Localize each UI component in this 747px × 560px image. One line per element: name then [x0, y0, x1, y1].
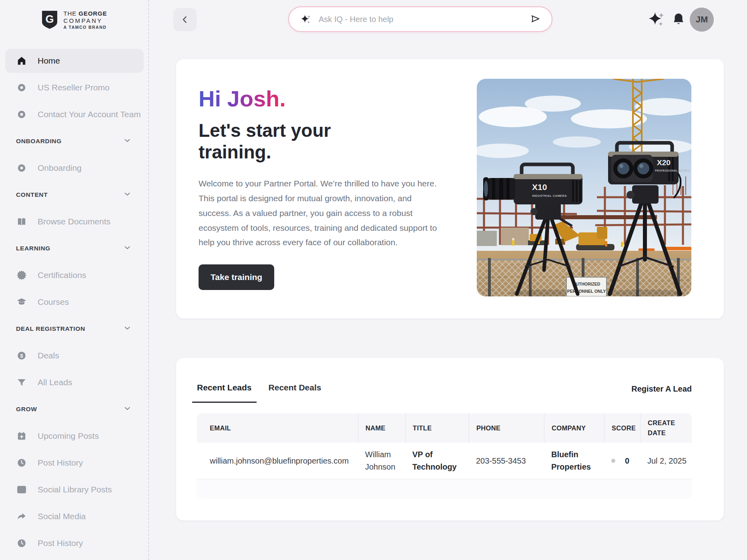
chevron-down-icon: [123, 404, 132, 414]
chevron-down-icon: [123, 190, 132, 200]
column-header-email: EMAIL: [197, 413, 358, 443]
sidebar-item-label: Upcoming Posts: [38, 431, 99, 441]
score-indicator-dot: [611, 459, 615, 463]
sidebar-item-all-leads[interactable]: All Leads: [5, 370, 144, 394]
share-icon: [16, 511, 27, 522]
calendar-plus-icon: [16, 430, 27, 442]
leads-table-footer-spacer: [197, 479, 692, 499]
sidebar-section-onboarding[interactable]: ONBOARDING: [5, 129, 144, 153]
cell-name: William Johnson: [358, 448, 405, 473]
sidebar-section-label: ONBOARDING: [16, 138, 62, 145]
score-value: 0: [625, 455, 629, 467]
svg-text:$: $: [20, 353, 23, 359]
partner-portal-app: G THE GEORGE COMPANY A TAMCO BRAND Home …: [0, 0, 747, 560]
sidebar-section-learning[interactable]: LEARNING: [5, 236, 144, 260]
brand-logo: G THE GEORGE COMPANY A TAMCO BRAND: [0, 10, 148, 30]
clock-icon: [16, 538, 27, 549]
search-input[interactable]: [319, 15, 529, 24]
cell-score: 0: [604, 455, 640, 467]
take-training-button[interactable]: Take training: [199, 264, 274, 290]
clock-icon: [16, 457, 27, 468]
cell-phone: 203-555-3453: [469, 455, 544, 467]
sidebar-item-us-reseller-promo[interactable]: US Reseller Promo: [5, 76, 144, 100]
chevron-down-icon: [123, 243, 132, 254]
sidebar-section-content[interactable]: CONTENT: [5, 183, 144, 207]
column-header-company: COMPANY: [544, 413, 604, 443]
sidebar-section-grow[interactable]: GROW: [5, 397, 144, 421]
notifications-button[interactable]: [670, 11, 687, 28]
hero-image: AUTHORIZED PERSONNEL ONLY: [477, 79, 691, 296]
home-icon: [16, 55, 27, 66]
svg-text:PERSONNEL ONLY: PERSONNEL ONLY: [567, 289, 606, 294]
tabs-row: Recent Leads Recent Deals Register A Lea…: [176, 358, 724, 403]
sidebar-item-social-library-posts[interactable]: Social Library Posts: [5, 478, 144, 502]
sidebar-item-deals[interactable]: $ Deals: [5, 344, 144, 368]
sidebar-item-onboarding[interactable]: Onboarding: [5, 156, 144, 180]
sidebar-item-post-history[interactable]: Post History: [5, 451, 144, 475]
brand-company: COMPANY: [63, 17, 107, 24]
sidebar-item-label: Home: [38, 56, 60, 66]
sidebar-nav: Home US Reseller Promo Contact Your Acco…: [5, 49, 144, 558]
brand-logo-text: THE GEORGE COMPANY A TAMCO BRAND: [63, 10, 107, 30]
photo-icon: [16, 484, 27, 495]
tab-recent-leads[interactable]: Recent Leads: [197, 383, 252, 403]
back-button[interactable]: [173, 8, 197, 31]
target-icon: [16, 82, 27, 93]
svg-text:G: G: [46, 13, 54, 25]
sidebar: G THE GEORGE COMPANY A TAMCO BRAND Home …: [0, 0, 149, 560]
svg-text:AUTHORIZED: AUTHORIZED: [573, 282, 600, 286]
column-header-score: SCORE: [604, 413, 640, 443]
leads-table: EMAIL NAME TITLE PHONE COMPANY SCORE CRE…: [197, 413, 692, 499]
sidebar-item-social-media[interactable]: Social Media: [5, 504, 144, 528]
sidebar-item-browse-documents[interactable]: Browse Documents: [5, 210, 144, 234]
sidebar-item-label: US Reseller Promo: [38, 83, 110, 92]
sidebar-section-label: CONTENT: [16, 191, 48, 198]
sidebar-item-label: All Leads: [38, 378, 72, 387]
tabs: Recent Leads Recent Deals: [197, 383, 321, 403]
tab-recent-deals[interactable]: Recent Deals: [269, 383, 321, 403]
graduation-cap-icon: [16, 296, 27, 308]
sidebar-item-certifications[interactable]: Certifications: [5, 263, 144, 287]
brand-george: GEORGE: [78, 10, 107, 17]
sidebar-item-label: Social Library Posts: [38, 485, 112, 494]
sidebar-item-contact-account-team[interactable]: Contact Your Account Team: [5, 102, 144, 126]
svg-text:INDUSTRIAL CAMERA: INDUSTRIAL CAMERA: [532, 194, 567, 198]
brand-tagline: A TAMCO BRAND: [63, 25, 107, 30]
bell-icon: [671, 12, 686, 27]
cell-email: william.johnson@bluefinproperties.com: [197, 455, 358, 467]
sidebar-item-home[interactable]: Home: [5, 49, 144, 73]
chevron-left-icon: [180, 15, 190, 24]
funnel-icon: [16, 377, 27, 388]
sparkles-icon: [300, 14, 311, 25]
brand-the: THE: [63, 10, 76, 17]
register-a-lead-link[interactable]: Register A Lead: [631, 384, 692, 394]
svg-text:X10: X10: [532, 182, 547, 192]
sidebar-item-label: Contact Your Account Team: [38, 110, 141, 119]
welcome-card: Hi Josh. Let's start your training. Welc…: [176, 59, 724, 318]
sidebar-section-label: DEAL REGISTRATION: [16, 325, 85, 332]
badge-icon: [16, 270, 27, 281]
sidebar-item-label: Courses: [38, 297, 69, 307]
sidebar-item-label: Post History: [38, 538, 83, 548]
greeting-heading: Hi Josh.: [199, 87, 286, 111]
sidebar-item-upcoming-posts[interactable]: Upcoming Posts: [5, 424, 144, 448]
welcome-description: Welcome to your Partner Portal. We’re th…: [199, 176, 439, 250]
chevron-down-icon: [123, 324, 132, 334]
brand-logo-mark: G: [41, 10, 58, 30]
sidebar-section-deal-registration[interactable]: DEAL REGISTRATION: [5, 317, 144, 341]
sidebar-section-label: LEARNING: [16, 245, 50, 252]
assistant-button[interactable]: [647, 10, 666, 29]
cell-title: VP of Technology: [405, 448, 469, 473]
send-button[interactable]: [529, 13, 541, 25]
table-row[interactable]: william.johnson@bluefinproperties.com Wi…: [197, 443, 692, 479]
sidebar-section-label: GROW: [16, 406, 37, 413]
recent-activity-card: Recent Leads Recent Deals Register A Lea…: [176, 358, 724, 520]
leads-table-header: EMAIL NAME TITLE PHONE COMPANY SCORE CRE…: [197, 413, 692, 443]
sidebar-item-post-history-2[interactable]: Post History: [5, 531, 144, 555]
main-content: JM Hi Josh. Let's start your training. W…: [150, 0, 747, 560]
sidebar-item-label: Onboarding: [38, 163, 82, 173]
avatar[interactable]: JM: [690, 8, 714, 32]
sidebar-item-courses[interactable]: Courses: [5, 290, 144, 314]
ask-iq-search[interactable]: [288, 6, 552, 32]
column-header-title: TITLE: [405, 413, 469, 443]
